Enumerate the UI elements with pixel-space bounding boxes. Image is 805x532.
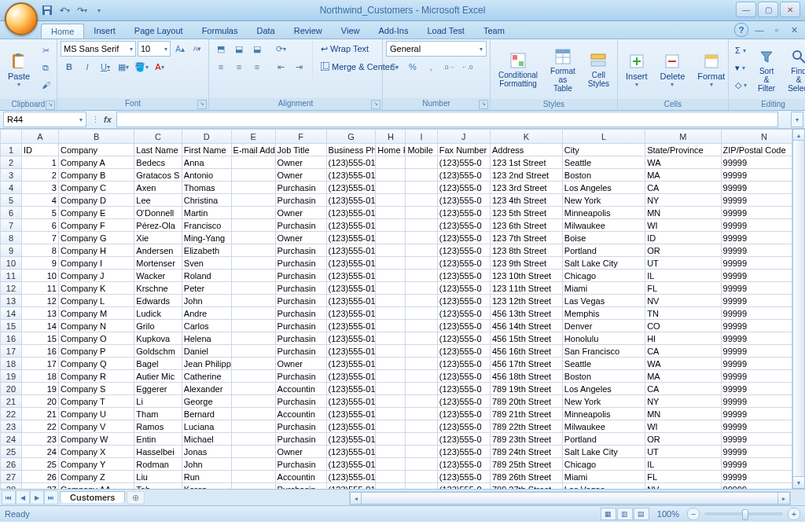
cell[interactable]: Denver (562, 320, 645, 332)
decrease-indent-icon[interactable]: ⇤ (272, 59, 289, 75)
cell[interactable]: HI (645, 332, 721, 345)
cell[interactable] (231, 182, 275, 194)
cell[interactable]: 6 (21, 219, 58, 232)
cell[interactable]: Accountin (275, 408, 326, 420)
fill-button[interactable]: ▾▾ (732, 60, 750, 75)
row-header-5[interactable]: 5 (1, 194, 22, 207)
cell[interactable]: 18 (21, 370, 58, 383)
clipboard-launcher[interactable]: ↘ (46, 101, 55, 110)
cell[interactable]: 123 9th Street (490, 257, 562, 270)
cell[interactable]: TN (645, 307, 721, 320)
cell[interactable]: WA (645, 156, 721, 169)
cell[interactable]: Company F (58, 219, 134, 232)
cell[interactable] (406, 483, 437, 490)
cell[interactable]: Tham (134, 408, 182, 420)
cell[interactable]: Francisco (182, 219, 231, 232)
cell[interactable]: 26 (21, 471, 58, 483)
cell[interactable]: Las Vegas (562, 483, 645, 490)
cell[interactable] (406, 257, 437, 270)
cell[interactable]: 19 (21, 383, 58, 395)
cell[interactable] (231, 408, 275, 420)
cell[interactable]: Pérez-Ola (134, 219, 182, 232)
cell[interactable]: (123)555-0100 (326, 433, 376, 446)
cell[interactable]: (123)555-0100 (326, 370, 376, 383)
tab-data[interactable]: Data (247, 24, 284, 39)
cell[interactable] (231, 433, 275, 446)
cell[interactable]: 5 (21, 207, 58, 219)
cell[interactable]: 456 14th Street (490, 320, 562, 332)
tab-page-layout[interactable]: Page Layout (125, 24, 193, 39)
cell[interactable]: (123)555-0 (437, 420, 490, 433)
cell[interactable] (231, 383, 275, 395)
cell[interactable]: (123)555-0100 (326, 270, 376, 282)
vscroll-thumb[interactable] (792, 140, 805, 478)
cell[interactable]: 123 11th Street (490, 282, 562, 295)
view-normal-icon[interactable]: ▦ (601, 508, 616, 520)
cell[interactable]: (123)555-0100 (326, 182, 376, 194)
cell[interactable] (406, 244, 437, 257)
cell[interactable] (376, 244, 406, 257)
cell[interactable]: 16 (21, 345, 58, 358)
row-header-9[interactable]: 9 (1, 244, 22, 257)
cell[interactable]: Company O (58, 332, 134, 345)
vertical-scrollbar[interactable]: ▴ ▾ (792, 129, 805, 489)
cell[interactable]: (123)555-0 (437, 244, 490, 257)
decrease-decimal-icon[interactable]: ←.0 (458, 59, 476, 75)
save-icon[interactable] (41, 4, 53, 17)
cell[interactable]: (123)555-0 (437, 270, 490, 282)
cell[interactable]: Company K (58, 282, 134, 295)
align-left-icon[interactable]: ≡ (212, 59, 230, 75)
cell[interactable]: Bedecs (134, 156, 182, 169)
tab-formulas[interactable]: Formulas (193, 24, 248, 39)
cell[interactable] (376, 169, 406, 182)
cell[interactable] (376, 156, 406, 169)
col-header-K[interactable]: K (490, 130, 562, 144)
cell[interactable] (376, 320, 406, 332)
cell[interactable]: 11 (21, 282, 58, 295)
cell[interactable]: Wacker (134, 270, 182, 282)
cell[interactable]: 789 23th Street (490, 433, 562, 446)
cell[interactable]: John (182, 458, 231, 471)
col-header-B[interactable]: B (58, 130, 134, 144)
cell[interactable] (376, 282, 406, 295)
cell[interactable] (376, 483, 406, 490)
cell[interactable]: 21 (21, 408, 58, 420)
cell[interactable] (231, 307, 275, 320)
cell[interactable] (406, 194, 437, 207)
cell[interactable]: Catherine (182, 370, 231, 383)
cell[interactable]: Christina (182, 194, 231, 207)
row-header-2[interactable]: 2 (1, 156, 22, 169)
workbook-close-button[interactable]: ✕ (788, 24, 800, 36)
cell[interactable] (406, 156, 437, 169)
cell[interactable]: 456 15th Street (490, 332, 562, 345)
header-cell[interactable]: First Name (182, 144, 231, 156)
cell[interactable]: Company Q (58, 358, 134, 370)
increase-decimal-icon[interactable]: .0→ (440, 59, 458, 75)
cell[interactable]: Minneapolis (562, 408, 645, 420)
cell[interactable]: Purchasin (275, 257, 326, 270)
cell[interactable]: Company B (58, 169, 134, 182)
cell[interactable] (406, 383, 437, 395)
cell[interactable]: Jonas (182, 446, 231, 458)
maximize-button[interactable]: ▢ (758, 2, 778, 17)
cell[interactable] (406, 345, 437, 358)
cell[interactable]: UT (645, 257, 721, 270)
row-header-12[interactable]: 12 (1, 282, 22, 295)
cell[interactable]: Karen (182, 483, 231, 490)
cell[interactable]: Purchasin (275, 307, 326, 320)
header-cell[interactable]: Business Phone (326, 144, 376, 156)
cell[interactable]: Portland (562, 244, 645, 257)
cell[interactable]: (123)555-0 (437, 383, 490, 395)
cell[interactable]: 123 7th Street (490, 232, 562, 244)
cell[interactable]: Alexander (182, 383, 231, 395)
cell[interactable]: Chicago (562, 458, 645, 471)
col-header-A[interactable]: A (21, 130, 58, 144)
cell[interactable] (231, 370, 275, 383)
cell[interactable] (231, 446, 275, 458)
cell[interactable]: 456 16th Street (490, 345, 562, 358)
cell[interactable]: Owner (275, 358, 326, 370)
cell[interactable] (406, 471, 437, 483)
cell[interactable]: New York (562, 194, 645, 207)
cell[interactable]: (123)555-0100 (326, 332, 376, 345)
help-icon[interactable]: ? (734, 23, 748, 37)
